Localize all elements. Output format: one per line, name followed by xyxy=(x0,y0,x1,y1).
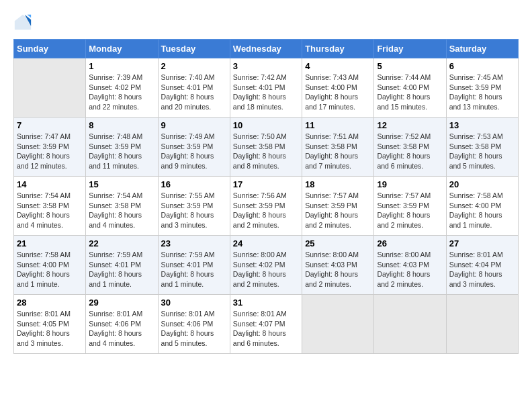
day-number: 10 xyxy=(233,120,299,130)
calendar-cell: 2Sunrise: 7:40 AMSunset: 4:01 PMDaylight… xyxy=(158,58,230,118)
day-number: 12 xyxy=(377,120,443,130)
day-info: Sunrise: 7:53 AMSunset: 3:58 PMDaylight:… xyxy=(449,132,515,171)
day-info: Sunrise: 7:42 AMSunset: 4:01 PMDaylight:… xyxy=(233,73,299,112)
day-info: Sunrise: 7:40 AMSunset: 4:01 PMDaylight:… xyxy=(161,73,227,112)
col-header-wednesday: Wednesday xyxy=(230,40,302,58)
day-info: Sunrise: 7:45 AMSunset: 3:59 PMDaylight:… xyxy=(449,73,515,112)
day-number: 4 xyxy=(305,61,371,71)
calendar-cell: 25Sunrise: 8:00 AMSunset: 4:03 PMDayligh… xyxy=(302,236,374,295)
calendar-cell: 5Sunrise: 7:44 AMSunset: 4:00 PMDaylight… xyxy=(374,58,446,118)
calendar-cell xyxy=(374,295,446,354)
day-number: 27 xyxy=(449,238,515,248)
calendar-cell: 26Sunrise: 8:00 AMSunset: 4:03 PMDayligh… xyxy=(374,236,446,295)
day-info: Sunrise: 8:00 AMSunset: 4:02 PMDaylight:… xyxy=(233,250,299,289)
day-number: 30 xyxy=(161,298,227,308)
calendar-cell: 10Sunrise: 7:50 AMSunset: 3:58 PMDayligh… xyxy=(230,118,302,177)
day-number: 16 xyxy=(161,179,227,189)
calendar-cell: 12Sunrise: 7:52 AMSunset: 3:58 PMDayligh… xyxy=(374,118,446,177)
calendar-cell: 11Sunrise: 7:51 AMSunset: 3:58 PMDayligh… xyxy=(302,118,374,177)
day-info: Sunrise: 7:48 AMSunset: 3:59 PMDaylight:… xyxy=(89,132,154,171)
day-number: 14 xyxy=(17,179,83,189)
day-number: 23 xyxy=(161,238,227,248)
day-number: 26 xyxy=(377,238,443,248)
calendar-cell: 24Sunrise: 8:00 AMSunset: 4:02 PMDayligh… xyxy=(230,236,302,295)
calendar-cell xyxy=(14,58,86,118)
day-number: 2 xyxy=(161,61,227,71)
logo-icon xyxy=(13,13,32,32)
calendar-cell: 8Sunrise: 7:48 AMSunset: 3:59 PMDaylight… xyxy=(86,118,158,177)
day-info: Sunrise: 7:49 AMSunset: 3:59 PMDaylight:… xyxy=(161,132,227,171)
calendar-week-row: 28Sunrise: 8:01 AMSunset: 4:05 PMDayligh… xyxy=(14,295,519,354)
day-number: 20 xyxy=(449,179,515,189)
day-info: Sunrise: 7:39 AMSunset: 4:02 PMDaylight:… xyxy=(89,73,154,112)
calendar-cell: 15Sunrise: 7:54 AMSunset: 3:58 PMDayligh… xyxy=(86,177,158,236)
calendar-cell: 18Sunrise: 7:57 AMSunset: 3:59 PMDayligh… xyxy=(302,177,374,236)
calendar-cell: 16Sunrise: 7:55 AMSunset: 3:59 PMDayligh… xyxy=(158,177,230,236)
day-info: Sunrise: 8:01 AMSunset: 4:06 PMDaylight:… xyxy=(161,309,227,349)
calendar-table: SundayMondayTuesdayWednesdayThursdayFrid… xyxy=(13,39,519,354)
day-info: Sunrise: 8:00 AMSunset: 4:03 PMDaylight:… xyxy=(377,250,443,289)
calendar-cell: 30Sunrise: 8:01 AMSunset: 4:06 PMDayligh… xyxy=(158,295,230,354)
calendar-cell xyxy=(302,295,374,354)
day-info: Sunrise: 8:01 AMSunset: 4:07 PMDaylight:… xyxy=(233,309,299,349)
calendar-cell: 31Sunrise: 8:01 AMSunset: 4:07 PMDayligh… xyxy=(230,295,302,354)
day-info: Sunrise: 7:43 AMSunset: 4:00 PMDaylight:… xyxy=(305,73,371,112)
day-info: Sunrise: 7:54 AMSunset: 3:58 PMDaylight:… xyxy=(17,191,83,230)
day-info: Sunrise: 7:59 AMSunset: 4:01 PMDaylight:… xyxy=(89,250,154,289)
day-number: 22 xyxy=(89,238,154,248)
day-info: Sunrise: 8:01 AMSunset: 4:04 PMDaylight:… xyxy=(449,250,515,289)
day-number: 24 xyxy=(233,238,299,248)
calendar-cell: 3Sunrise: 7:42 AMSunset: 4:01 PMDaylight… xyxy=(230,58,302,118)
day-number: 9 xyxy=(161,120,227,130)
day-number: 13 xyxy=(449,120,515,130)
calendar-week-row: 14Sunrise: 7:54 AMSunset: 3:58 PMDayligh… xyxy=(14,177,519,236)
day-number: 8 xyxy=(89,120,154,130)
day-number: 6 xyxy=(449,61,515,71)
day-number: 5 xyxy=(377,61,443,71)
calendar-cell: 13Sunrise: 7:53 AMSunset: 3:58 PMDayligh… xyxy=(446,118,518,177)
day-info: Sunrise: 7:55 AMSunset: 3:59 PMDaylight:… xyxy=(161,191,227,230)
col-header-monday: Monday xyxy=(86,40,158,58)
col-header-tuesday: Tuesday xyxy=(158,40,230,58)
calendar-cell: 27Sunrise: 8:01 AMSunset: 4:04 PMDayligh… xyxy=(446,236,518,295)
calendar-week-row: 21Sunrise: 7:58 AMSunset: 4:00 PMDayligh… xyxy=(14,236,519,295)
day-info: Sunrise: 7:56 AMSunset: 3:59 PMDaylight:… xyxy=(233,191,299,230)
day-info: Sunrise: 7:57 AMSunset: 3:59 PMDaylight:… xyxy=(377,191,443,230)
day-number: 19 xyxy=(377,179,443,189)
day-number: 31 xyxy=(233,298,299,308)
calendar-cell: 6Sunrise: 7:45 AMSunset: 3:59 PMDaylight… xyxy=(446,58,518,118)
day-info: Sunrise: 7:57 AMSunset: 3:59 PMDaylight:… xyxy=(305,191,371,230)
day-number: 17 xyxy=(233,179,299,189)
day-number: 29 xyxy=(89,298,154,308)
day-info: Sunrise: 7:59 AMSunset: 4:01 PMDaylight:… xyxy=(161,250,227,289)
day-info: Sunrise: 7:52 AMSunset: 3:58 PMDaylight:… xyxy=(377,132,443,171)
calendar-cell: 9Sunrise: 7:49 AMSunset: 3:59 PMDaylight… xyxy=(158,118,230,177)
day-number: 28 xyxy=(17,298,83,308)
calendar-week-row: 7Sunrise: 7:47 AMSunset: 3:59 PMDaylight… xyxy=(14,118,519,177)
day-info: Sunrise: 7:44 AMSunset: 4:00 PMDaylight:… xyxy=(377,73,443,112)
calendar-cell: 14Sunrise: 7:54 AMSunset: 3:58 PMDayligh… xyxy=(14,177,86,236)
day-info: Sunrise: 8:01 AMSunset: 4:05 PMDaylight:… xyxy=(17,309,83,349)
calendar-cell xyxy=(446,295,518,354)
logo xyxy=(13,13,35,32)
calendar-cell: 4Sunrise: 7:43 AMSunset: 4:00 PMDaylight… xyxy=(302,58,374,118)
day-info: Sunrise: 8:00 AMSunset: 4:03 PMDaylight:… xyxy=(305,250,371,289)
day-number: 11 xyxy=(305,120,371,130)
col-header-friday: Friday xyxy=(374,40,446,58)
day-number: 18 xyxy=(305,179,371,189)
day-info: Sunrise: 8:01 AMSunset: 4:06 PMDaylight:… xyxy=(89,309,154,349)
svg-marker-0 xyxy=(15,15,31,30)
day-number: 3 xyxy=(233,61,299,71)
calendar-cell: 29Sunrise: 8:01 AMSunset: 4:06 PMDayligh… xyxy=(86,295,158,354)
day-number: 25 xyxy=(305,238,371,248)
calendar-cell: 7Sunrise: 7:47 AMSunset: 3:59 PMDaylight… xyxy=(14,118,86,177)
day-info: Sunrise: 7:51 AMSunset: 3:58 PMDaylight:… xyxy=(305,132,371,171)
day-number: 7 xyxy=(17,120,83,130)
calendar-week-row: 1Sunrise: 7:39 AMSunset: 4:02 PMDaylight… xyxy=(14,58,519,118)
day-number: 15 xyxy=(89,179,154,189)
day-number: 21 xyxy=(17,238,83,248)
page-header xyxy=(13,13,519,32)
col-header-sunday: Sunday xyxy=(14,40,86,58)
day-info: Sunrise: 7:58 AMSunset: 4:00 PMDaylight:… xyxy=(449,191,515,230)
calendar-header-row: SundayMondayTuesdayWednesdayThursdayFrid… xyxy=(14,40,519,58)
